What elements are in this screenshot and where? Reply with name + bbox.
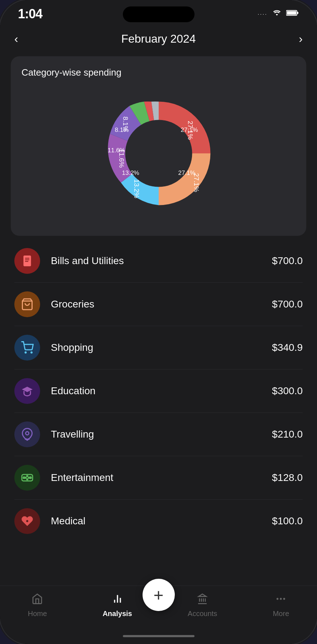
chart-container: 27.1% 27.1% 13.2% 11.6% 8.1% 27.1% xyxy=(21,85,296,225)
svg-point-27 xyxy=(277,598,278,600)
tab-analysis[interactable]: Analysis xyxy=(95,593,139,618)
battery-icon xyxy=(286,9,299,19)
tab-label-home: Home xyxy=(28,610,47,618)
bar-chart-icon xyxy=(112,593,123,607)
next-button[interactable]: › xyxy=(299,32,303,46)
category-name-travelling: Travelling xyxy=(51,429,272,440)
svg-point-9 xyxy=(31,352,32,353)
svg-point-16 xyxy=(25,477,26,478)
bank-icon xyxy=(197,593,208,607)
main-content: Category-wise spending xyxy=(0,53,317,586)
category-item-entertainment: Entertainment $128.0 xyxy=(14,456,303,500)
category-item-travelling: Travelling $210.0 xyxy=(14,413,303,456)
wifi-icon xyxy=(272,9,282,19)
svg-rect-3 xyxy=(24,256,31,266)
svg-point-29 xyxy=(283,598,285,600)
category-amount-groceries: $700.0 xyxy=(272,299,303,310)
tab-bar: + Home xyxy=(0,586,317,632)
category-item-shopping: Shopping $340.9 xyxy=(14,326,303,369)
tab-label-accounts: Accounts xyxy=(188,610,217,618)
tab-label-analysis: Analysis xyxy=(102,610,132,618)
category-icon-medical xyxy=(14,508,40,534)
category-amount-entertainment: $128.0 xyxy=(272,472,303,483)
label-shopping: 13.2% xyxy=(133,179,140,198)
svg-point-15 xyxy=(27,479,28,480)
category-amount-bills: $700.0 xyxy=(272,255,303,267)
category-item-education: Education $300.0 xyxy=(14,369,303,413)
category-amount-medical: $100.0 xyxy=(272,515,303,527)
home-icon xyxy=(32,593,43,607)
category-item-groceries: Groceries $700.0 xyxy=(14,283,303,326)
category-name-shopping: Shopping xyxy=(51,342,272,353)
more-dots-icon xyxy=(275,593,287,607)
status-icons: ···· xyxy=(258,9,299,19)
fab-icon: + xyxy=(153,585,163,605)
label-bills: 27.1% xyxy=(186,121,194,140)
svg-point-10 xyxy=(26,432,29,435)
label-groceries: 27.1% xyxy=(192,173,200,192)
top-nav: ‹ February 2024 › xyxy=(0,25,317,53)
home-indicator-bar xyxy=(0,632,317,643)
chart-title: Category-wise spending xyxy=(21,67,296,78)
dynamic-island xyxy=(123,6,194,22)
category-icon-groceries xyxy=(14,291,40,317)
donut-chart: 27.1% 27.1% 13.2% 11.6% 8.1% 27.1% xyxy=(98,92,220,214)
category-name-education: Education xyxy=(51,385,272,397)
category-amount-education: $300.0 xyxy=(272,385,303,397)
category-name-medical: Medical xyxy=(51,515,272,527)
donut-hole xyxy=(125,120,192,187)
prev-button[interactable]: ‹ xyxy=(14,32,18,46)
chart-card: Category-wise spending xyxy=(11,56,306,236)
category-item-bills: Bills and Utilities $700.0 xyxy=(14,239,303,283)
category-list: Bills and Utilities $700.0 Groceries $70… xyxy=(11,239,306,543)
svg-point-28 xyxy=(280,598,282,600)
home-indicator xyxy=(123,635,194,637)
category-amount-travelling: $210.0 xyxy=(272,429,303,440)
svg-marker-26 xyxy=(199,594,206,597)
tab-home[interactable]: Home xyxy=(21,593,54,618)
status-time: 1:04 xyxy=(18,6,42,22)
tab-accounts[interactable]: Accounts xyxy=(181,593,224,618)
phone-frame: 1:04 ···· xyxy=(0,0,317,644)
category-icon-bills xyxy=(14,248,40,274)
category-amount-shopping: $340.9 xyxy=(272,342,303,353)
svg-point-17 xyxy=(28,477,29,478)
label-travelling: 8.1% xyxy=(122,116,129,132)
fab-add-button[interactable]: + xyxy=(143,579,175,611)
category-name-bills: Bills and Utilities xyxy=(51,255,272,267)
tab-more[interactable]: More xyxy=(266,593,297,618)
category-item-medical: Medical $100.0 xyxy=(14,500,303,543)
category-icon-travelling xyxy=(14,421,40,447)
tab-label-more: More xyxy=(273,610,289,618)
category-name-entertainment: Entertainment xyxy=(51,472,272,483)
nav-title: February 2024 xyxy=(121,32,196,46)
category-icon-education xyxy=(14,378,40,404)
category-icon-entertainment xyxy=(14,465,40,491)
svg-rect-2 xyxy=(297,12,298,14)
svg-point-14 xyxy=(27,476,28,477)
phone-inner: 1:04 ···· xyxy=(0,0,317,644)
category-icon-shopping xyxy=(14,335,40,361)
signal-icon: ···· xyxy=(258,11,268,17)
svg-point-8 xyxy=(25,352,26,353)
category-name-groceries: Groceries xyxy=(51,299,272,310)
svg-rect-1 xyxy=(287,11,296,15)
label-education: 11.6% xyxy=(117,149,125,168)
donut-svg: 27.1% 27.1% 13.2% 11.6% 8.1% xyxy=(98,92,220,214)
